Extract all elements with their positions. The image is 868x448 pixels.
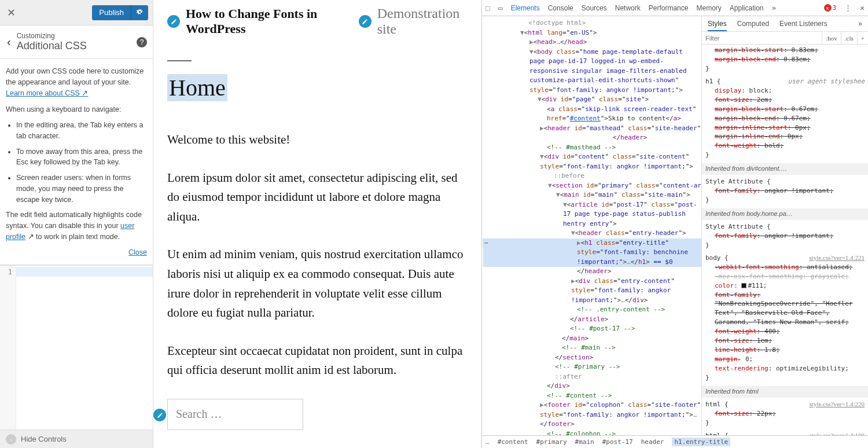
css-editor[interactable]: 1	[0, 265, 153, 429]
hov-toggle[interactable]: :hov	[822, 32, 841, 44]
paragraph: Excepteur sint occaecat cupidatat non pr…	[167, 341, 468, 380]
settings-icon[interactable]: ⋮	[844, 3, 852, 12]
paragraph: Lorem ipsum dolor sit amet, consectetur …	[167, 168, 468, 227]
inspect-icon[interactable]: ⬚	[486, 3, 490, 12]
customizer-header: ✕ Publish	[0, 0, 153, 25]
site-tagline: How to Change Fonts in WordPress	[186, 6, 353, 36]
search-input[interactable]: Search …	[167, 399, 303, 430]
styles-pane: Styles Computed Event Listeners » :hov .…	[702, 16, 868, 435]
edit-shortcut-icon[interactable]	[359, 15, 372, 28]
tab-memory[interactable]: Memory	[696, 4, 721, 12]
list-item: To move away from this area, press the E…	[16, 146, 147, 168]
publish-settings-button[interactable]	[131, 5, 148, 20]
close-icon[interactable]: ✕	[5, 4, 18, 21]
list-item: Screen reader users: when in forms mode,…	[16, 172, 147, 205]
paragraph: Ut enim ad minim veniam, quis nostrud ex…	[167, 245, 468, 322]
divider	[167, 60, 192, 61]
customizer-panel: ✕ Publish ‹ Customizing Additional CSS ?…	[0, 0, 153, 448]
paragraph: Welcome to this website!	[167, 130, 468, 150]
tab-styles[interactable]: Styles	[708, 20, 727, 31]
page-title: Home	[167, 74, 227, 101]
section-title: Additional CSS	[17, 40, 137, 52]
site-preview: How to Change Fonts in WordPress Demonst…	[153, 0, 481, 448]
devtools-panel: ⬚ ▭ Elements Console Sources Network Per…	[481, 0, 868, 448]
edit-shortcut-icon[interactable]	[167, 15, 180, 28]
publish-button[interactable]: Publish	[92, 5, 131, 20]
error-count[interactable]: ✕3	[824, 4, 837, 12]
tab-event-listeners[interactable]: Event Listeners	[779, 20, 827, 28]
close-description-link[interactable]: Close	[128, 248, 147, 256]
tab-computed[interactable]: Computed	[737, 20, 769, 28]
tab-elements[interactable]: Elements	[511, 4, 540, 12]
styles-list[interactable]: margin-block-start: 0.83em; margin-block…	[702, 45, 868, 435]
tab-performance[interactable]: Performance	[649, 4, 689, 12]
cls-toggle[interactable]: .cls	[841, 32, 857, 44]
customizing-label: Customizing	[17, 32, 137, 40]
add-rule-icon[interactable]: +	[857, 32, 868, 44]
hide-controls-button[interactable]: ‹ Hide Controls	[0, 429, 153, 448]
more-tabs-icon[interactable]: »	[772, 3, 777, 12]
section-description: Add your own CSS code here to customize …	[0, 59, 153, 265]
dom-tree[interactable]: <!doctype html> ▼<html lang="en-US"> ▶<h…	[482, 16, 702, 435]
line-number: 1	[8, 268, 12, 276]
back-button[interactable]: ‹	[3, 35, 14, 49]
gear-icon	[136, 9, 144, 17]
help-icon[interactable]: ?	[137, 37, 147, 47]
site-title[interactable]: Demonstration site	[377, 6, 468, 37]
styles-filter-input[interactable]	[702, 34, 822, 43]
tab-application[interactable]: Application	[730, 4, 764, 12]
section-header: ‹ Customizing Additional CSS ?	[0, 25, 153, 59]
close-devtools-icon[interactable]: ✕	[860, 3, 865, 12]
edit-shortcut-icon[interactable]	[153, 409, 166, 421]
learn-more-link[interactable]: Learn more about CSS ↗	[6, 89, 88, 97]
tab-console[interactable]: Console	[548, 4, 573, 12]
tab-network[interactable]: Network	[615, 4, 641, 12]
more-tabs-icon[interactable]: »	[858, 20, 862, 28]
dom-breadcrumbs[interactable]: … #content #primary #main #post-17 heade…	[482, 435, 868, 448]
list-item: In the editing area, the Tab key enters …	[16, 120, 147, 142]
devtools-tabs: ⬚ ▭ Elements Console Sources Network Per…	[482, 0, 868, 16]
tab-sources[interactable]: Sources	[582, 4, 607, 12]
chevron-left-icon: ‹	[6, 434, 16, 445]
device-toggle-icon[interactable]: ▭	[498, 3, 503, 12]
